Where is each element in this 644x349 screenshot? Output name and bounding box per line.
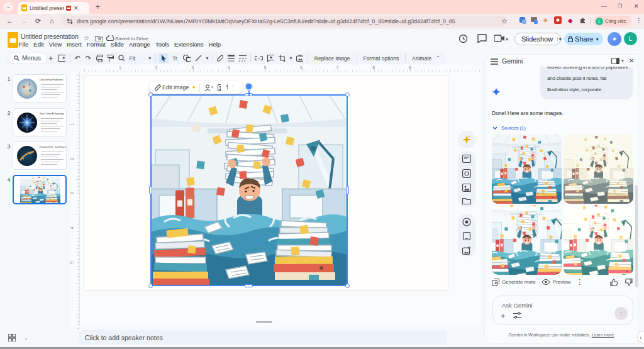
tab-close-icon[interactable]: ✕	[74, 5, 79, 11]
notes-resize-handle[interactable]	[256, 321, 272, 323]
replace-photo-icon[interactable]	[215, 84, 223, 91]
preview-button[interactable]: Preview	[553, 279, 570, 285]
fit-zoom-select[interactable]: Fit	[127, 55, 138, 62]
edit-image-label[interactable]: Edit image	[161, 84, 191, 91]
browser-menu-icon[interactable]: ⋮	[636, 17, 642, 24]
slide-canvas[interactable]: Edit image ✦	[80, 72, 481, 326]
line-dropdown-icon[interactable]: ▼	[204, 56, 210, 60]
notes-collapse-icon[interactable]: ‹	[25, 336, 27, 342]
resize-handle-e[interactable]	[346, 186, 349, 194]
thumbs-up-icon[interactable]	[610, 279, 618, 286]
user-avatar[interactable]: L	[624, 32, 637, 45]
replace-image-button[interactable]: Replace image	[310, 55, 355, 62]
select-tool-button[interactable]	[158, 53, 169, 64]
menu-slide[interactable]: Slide	[108, 40, 126, 48]
adblock-ext-icon[interactable]: ✳	[543, 17, 548, 24]
remove-background-icon[interactable]	[202, 84, 215, 91]
animate-button[interactable]: Animate	[408, 55, 436, 62]
preview-eye-icon[interactable]	[541, 279, 550, 285]
generated-image-2[interactable]	[564, 134, 633, 204]
omnibox[interactable]: docs.google.com/presentation/d/1WJNUaeu7…	[62, 16, 507, 26]
panel-layout-icon[interactable]	[611, 58, 619, 64]
comment-icon[interactable]	[477, 34, 487, 43]
slide-thumbnail-4[interactable]	[13, 175, 67, 204]
reload-icon[interactable]: ⟳	[35, 17, 41, 25]
slide-thumbnail-2[interactable]: Real-Time AI Syncing	[13, 108, 67, 136]
tab-search-button[interactable]: ⌄	[3, 2, 13, 12]
gemini-close-icon[interactable]: ✕	[629, 57, 634, 64]
menu-view[interactable]: View	[47, 40, 64, 48]
generated-image-1[interactable]	[492, 134, 562, 204]
gemini-menu-icon[interactable]	[491, 58, 498, 65]
slide-thumbnail-3[interactable]: Proven ROI - 5x Return	[13, 141, 67, 170]
insert-link-icon[interactable]	[255, 55, 262, 61]
tune-icon[interactable]	[513, 312, 521, 319]
menu-tools[interactable]: Tools	[153, 40, 172, 48]
menu-insert[interactable]: Insert	[64, 40, 84, 48]
speaker-notes-box[interactable]: Click to add speaker notes	[79, 330, 447, 345]
new-slide-icon[interactable]	[58, 55, 65, 62]
slideshow-button[interactable]: Slideshow ▼	[514, 33, 561, 45]
card-panel-icon[interactable]	[462, 155, 471, 163]
toolbar-collapse-icon[interactable]: ⌃	[436, 55, 440, 61]
present-dropdown-icon[interactable]: ▼	[505, 37, 509, 42]
pink-ext-icon[interactable]: ◆	[568, 17, 573, 24]
line-tool-icon[interactable]	[195, 55, 201, 62]
slide-page[interactable]: Edit image ✦	[84, 75, 448, 291]
textbox-tool-button[interactable]: Tr	[169, 55, 181, 62]
menu-arrange[interactable]: Arrange	[126, 40, 153, 48]
add-image-icon[interactable]	[462, 247, 471, 255]
back-icon[interactable]: ←	[6, 17, 13, 25]
window-minimize-button[interactable]: —	[601, 3, 607, 9]
resize-handle-w[interactable]	[149, 186, 152, 194]
forward-icon[interactable]: →	[21, 17, 28, 25]
border-dash-icon[interactable]	[239, 55, 246, 62]
crop-image-icon[interactable]	[223, 84, 230, 91]
new-tab-button[interactable]: +	[96, 3, 100, 11]
red-ext-icon[interactable]	[554, 16, 562, 24]
generate-more-icon[interactable]	[492, 279, 499, 286]
shapes-tool-icon[interactable]	[183, 55, 191, 62]
image-person-icon[interactable]	[462, 184, 471, 192]
learn-more-link[interactable]: Learn more	[592, 333, 614, 337]
profile-chip[interactable]: L Công việc	[594, 16, 631, 26]
folder-icon[interactable]	[462, 197, 471, 206]
border-weight-icon[interactable]	[228, 55, 235, 62]
selected-image[interactable]	[152, 96, 347, 285]
menu-format[interactable]: Format	[84, 40, 108, 48]
lightbulb-icon[interactable]	[230, 84, 236, 91]
grid-view-icon[interactable]	[8, 334, 16, 341]
share-button[interactable]: Share ▼	[564, 33, 603, 45]
resize-handle-se[interactable]	[345, 284, 350, 288]
generated-image-3[interactable]	[492, 205, 562, 275]
more-options-icon[interactable]: ⋮	[576, 278, 583, 286]
menu-file[interactable]: File	[16, 40, 31, 48]
translate-ext-icon[interactable]	[519, 17, 526, 24]
cast-ext-icon[interactable]	[531, 17, 538, 24]
gemini-spark-icon[interactable]	[462, 135, 471, 144]
menu-extensions[interactable]: Extensions	[172, 40, 206, 48]
rotation-handle[interactable]	[246, 84, 252, 89]
border-color-icon[interactable]	[217, 55, 223, 62]
crop-dropdown-icon[interactable]: ▼	[287, 56, 294, 60]
attach-plus-icon[interactable]: +	[501, 311, 506, 321]
site-settings-icon[interactable]	[67, 18, 73, 25]
home-icon[interactable]: ⌂	[50, 17, 54, 25]
add-comment-icon[interactable]	[267, 55, 274, 62]
window-maximize-button[interactable]: ❐	[618, 3, 622, 9]
generate-more-button[interactable]: Generate more	[502, 279, 536, 285]
replace-image-icon[interactable]	[296, 55, 303, 62]
sources-toggle[interactable]: Sources (1)	[492, 125, 526, 131]
undo-icon[interactable]: ↶	[72, 52, 83, 64]
bookmark-star-icon[interactable]: ☆	[501, 17, 508, 25]
generated-image-4[interactable]	[564, 205, 633, 275]
thumbs-down-icon[interactable]	[625, 279, 633, 286]
format-options-button[interactable]: Format options	[358, 55, 403, 62]
panel-dropdown-icon[interactable]: ▼	[621, 59, 625, 63]
device-frame-icon[interactable]	[462, 232, 471, 241]
menus-search-button[interactable]: Menus	[9, 53, 46, 63]
zoom-tool-icon[interactable]	[118, 55, 125, 62]
resize-handle-ne[interactable]	[345, 92, 350, 97]
slide-thumbnail-1[interactable]: Data Entry Problems	[13, 74, 67, 102]
gemini-scrollbar[interactable]	[635, 185, 638, 287]
